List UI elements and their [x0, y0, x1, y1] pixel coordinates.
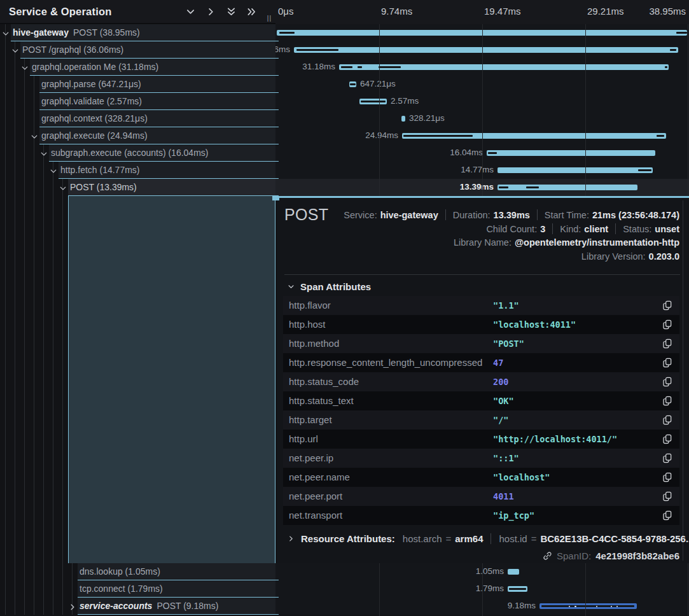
resource-attributes-title: Resource Attributes: — [301, 533, 395, 544]
chevron-right-icon[interactable] — [206, 7, 216, 17]
meta-label: Status: — [623, 224, 651, 234]
span-detail-title: POST — [284, 206, 328, 224]
attribute-key: net.peer.port — [289, 491, 342, 501]
tree-row[interactable]: service-accountsPOST (9.18ms) — [0, 598, 275, 615]
panel-resize-handle[interactable]: || — [267, 15, 272, 22]
chevron-down-icon[interactable] — [59, 183, 67, 191]
copy-icon[interactable] — [663, 491, 672, 501]
tree-row[interactable]: http.fetch (14.77ms) — [0, 162, 275, 179]
tree-row[interactable]: dns.lookup (1.05ms) — [0, 563, 275, 580]
tree-row[interactable]: subgraph.execute (accounts) (16.04ms) — [0, 144, 275, 162]
ruler-tick: 29.21ms — [587, 6, 624, 17]
duration-label: 9.18ms — [508, 601, 536, 610]
chevron-down-icon[interactable] — [21, 63, 29, 71]
child-span-marker — [403, 135, 473, 137]
copy-icon[interactable] — [663, 300, 672, 311]
span-label: graphql.validate (2.57ms) — [41, 96, 142, 106]
attribute-row: http.host"localhost:4011" — [283, 315, 679, 334]
tree-row[interactable]: graphql.operation Me (31.18ms) — [0, 59, 275, 76]
span-bar[interactable] — [508, 586, 527, 592]
meta-label: Start Time: — [545, 210, 589, 220]
copy-icon[interactable] — [663, 339, 672, 349]
copy-icon[interactable] — [663, 434, 672, 444]
attribute-value: 4011 — [493, 491, 514, 501]
link-icon[interactable] — [543, 551, 552, 561]
span-label: graphql.operation Me (31.18ms) — [32, 62, 158, 72]
meta-label: Library Name: — [454, 237, 512, 248]
meta-label: Duration: — [453, 210, 491, 220]
ruler-tick: 0μs — [278, 6, 294, 17]
copy-icon[interactable] — [663, 453, 672, 463]
meta-label: Child Count: — [486, 224, 537, 234]
tree-row[interactable]: POST /graphql (36.06ms) — [0, 41, 275, 59]
chevron-down-icon[interactable] — [11, 46, 19, 53]
attribute-key: http.method — [289, 338, 339, 349]
span-bar[interactable] — [401, 116, 405, 122]
span-label: service-accountsPOST (9.18ms) — [80, 601, 218, 611]
copy-icon[interactable] — [663, 415, 672, 425]
child-span-marker — [499, 186, 508, 188]
span-bar[interactable] — [359, 99, 387, 104]
operation-label: POST /graphql (36.06ms) — [22, 45, 123, 55]
child-span-marker — [509, 588, 526, 590]
meta-separator — [445, 209, 446, 220]
tree-controls — [186, 7, 256, 17]
child-span-marker — [361, 101, 386, 102]
detail-scrollbar[interactable] — [683, 200, 683, 561]
copy-icon[interactable] — [663, 510, 672, 521]
span-detail-panel: POST Service:hive-gatewayDuration:13.39m… — [275, 196, 689, 563]
span-bar[interactable] — [508, 569, 519, 575]
detail-divider — [284, 274, 680, 275]
attribute-key: http.host — [289, 319, 326, 330]
chevron-down-icon[interactable] — [186, 7, 195, 17]
double-chevron-down-icon[interactable] — [226, 7, 236, 17]
copy-icon[interactable] — [663, 396, 672, 406]
duration-label: 14.77ms — [461, 165, 494, 174]
operation-label: http.fetch (14.77ms) — [60, 165, 140, 175]
resource-attributes-toggle[interactable]: Resource Attributes: host.arch=arm64host… — [288, 533, 689, 544]
chevron-down-icon[interactable] — [50, 166, 57, 174]
tree-row[interactable]: hive-gatewayPOST (38.95ms) — [0, 24, 275, 41]
tree-row[interactable]: graphql.parse (647.21μs) — [0, 76, 275, 93]
span-bar[interactable] — [339, 64, 669, 70]
resource-value: BC62E13B-C4CC-5854-9788-256... — [540, 533, 689, 544]
span-bar[interactable] — [539, 603, 637, 609]
span-bar[interactable] — [349, 81, 356, 87]
copy-icon[interactable] — [663, 472, 672, 482]
operation-label: graphql.context (328.21μs) — [41, 113, 148, 123]
span-bar[interactable] — [487, 150, 655, 156]
span-label: graphql.context (328.21μs) — [41, 113, 148, 123]
copy-icon[interactable] — [663, 319, 672, 330]
resource-key: host.id — [499, 533, 527, 544]
chevron-down-icon[interactable] — [2, 29, 10, 36]
span-bar[interactable] — [402, 133, 666, 139]
chevron-down-icon[interactable] — [31, 132, 38, 139]
tree-row[interactable]: POST (13.39ms) — [0, 179, 275, 196]
span-bar[interactable] — [498, 167, 653, 173]
span-bar[interactable] — [498, 185, 637, 190]
tree-row[interactable]: graphql.execute (24.94ms) — [0, 127, 275, 144]
child-span-marker — [341, 66, 352, 68]
child-span-marker — [676, 32, 687, 34]
span-attributes-table: http.flavor"1.1"http.host"localhost:4011… — [283, 296, 679, 525]
copy-icon[interactable] — [663, 358, 672, 368]
child-span-marker — [657, 135, 664, 137]
double-chevron-right-icon[interactable] — [247, 7, 256, 17]
tree-row[interactable]: graphql.validate (2.57ms) — [0, 93, 275, 110]
duration-label: 36.06ms — [275, 45, 290, 54]
span-bar[interactable] — [294, 47, 678, 53]
span-id-value: 4e21998f3b82abe6 — [595, 550, 679, 561]
chevron-down-icon[interactable] — [40, 149, 48, 157]
span-label: graphql.execute (24.94ms) — [41, 130, 148, 141]
attribute-value: "ip_tcp" — [493, 510, 534, 521]
chevron-right-icon[interactable] — [69, 602, 76, 610]
copy-icon[interactable] — [663, 377, 672, 387]
tree-row[interactable]: tcp.connect (1.79ms) — [0, 580, 275, 598]
span-attributes-toggle[interactable]: Span Attributes — [288, 281, 371, 292]
attribute-key: http.response_content_length_uncompresse… — [289, 357, 482, 368]
service-operation-header: Service & Operation || — [0, 0, 275, 24]
attribute-row: http.status_text"OK" — [283, 391, 679, 410]
tree-row[interactable]: graphql.context (328.21μs) — [0, 110, 275, 127]
attribute-key: net.peer.name — [289, 472, 350, 482]
attribute-row: http.target"/" — [283, 410, 679, 430]
